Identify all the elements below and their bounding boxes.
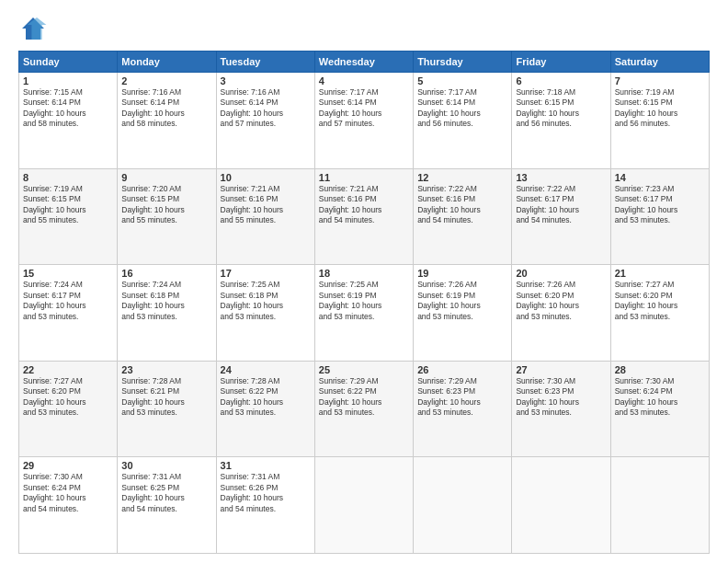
calendar-cell: 27Sunrise: 7:30 AMSunset: 6:23 PMDayligh… xyxy=(512,361,610,457)
day-number: 4 xyxy=(319,75,409,86)
day-number: 30 xyxy=(121,460,211,471)
calendar-cell xyxy=(512,457,610,554)
weekday-header: Thursday xyxy=(414,52,512,73)
calendar-cell: 8Sunrise: 7:19 AMSunset: 6:15 PMDaylight… xyxy=(19,168,118,265)
day-info: Sunrise: 7:24 AMSunset: 6:18 PMDaylight:… xyxy=(121,280,211,322)
calendar-cell: 29Sunrise: 7:30 AMSunset: 6:24 PMDayligh… xyxy=(19,457,118,554)
day-number: 15 xyxy=(23,268,113,279)
calendar-cell: 4Sunrise: 7:17 AMSunset: 6:14 PMDaylight… xyxy=(314,73,413,169)
day-number: 31 xyxy=(221,460,311,471)
calendar-cell: 25Sunrise: 7:29 AMSunset: 6:22 PMDayligh… xyxy=(314,361,413,457)
day-number: 6 xyxy=(516,75,606,86)
calendar-cell: 5Sunrise: 7:17 AMSunset: 6:14 PMDaylight… xyxy=(414,73,512,169)
day-info: Sunrise: 7:16 AMSunset: 6:14 PMDaylight:… xyxy=(121,87,211,130)
page: SundayMondayTuesdayWednesdayThursdayFrid… xyxy=(0,0,728,563)
day-number: 20 xyxy=(516,268,606,279)
calendar-cell: 9Sunrise: 7:20 AMSunset: 6:15 PMDaylight… xyxy=(118,168,216,265)
day-number: 21 xyxy=(615,268,705,279)
day-number: 5 xyxy=(417,75,507,86)
calendar-cell: 3Sunrise: 7:16 AMSunset: 6:14 PMDaylight… xyxy=(216,73,314,169)
day-info: Sunrise: 7:24 AMSunset: 6:17 PMDaylight:… xyxy=(23,280,113,322)
calendar-week-row: 29Sunrise: 7:30 AMSunset: 6:24 PMDayligh… xyxy=(19,457,710,554)
day-info: Sunrise: 7:26 AMSunset: 6:20 PMDaylight:… xyxy=(516,280,606,322)
day-info: Sunrise: 7:27 AMSunset: 6:20 PMDaylight:… xyxy=(23,376,113,419)
calendar-cell: 17Sunrise: 7:25 AMSunset: 6:18 PMDayligh… xyxy=(216,265,314,362)
day-number: 2 xyxy=(121,75,211,86)
day-info: Sunrise: 7:26 AMSunset: 6:19 PMDaylight:… xyxy=(417,280,507,322)
day-number: 25 xyxy=(319,364,409,375)
day-info: Sunrise: 7:16 AMSunset: 6:14 PMDaylight:… xyxy=(221,87,311,130)
day-number: 27 xyxy=(516,364,606,375)
day-info: Sunrise: 7:19 AMSunset: 6:15 PMDaylight:… xyxy=(615,87,705,130)
day-info: Sunrise: 7:23 AMSunset: 6:17 PMDaylight:… xyxy=(615,184,705,226)
day-info: Sunrise: 7:31 AMSunset: 6:26 PMDaylight:… xyxy=(221,472,311,514)
calendar-cell: 1Sunrise: 7:15 AMSunset: 6:14 PMDaylight… xyxy=(19,73,118,169)
day-number: 23 xyxy=(121,364,211,375)
calendar-cell: 30Sunrise: 7:31 AMSunset: 6:25 PMDayligh… xyxy=(118,457,216,554)
day-info: Sunrise: 7:30 AMSunset: 6:24 PMDaylight:… xyxy=(23,472,113,514)
calendar-cell: 20Sunrise: 7:26 AMSunset: 6:20 PMDayligh… xyxy=(512,265,610,362)
day-info: Sunrise: 7:30 AMSunset: 6:24 PMDaylight:… xyxy=(615,376,705,419)
day-info: Sunrise: 7:17 AMSunset: 6:14 PMDaylight:… xyxy=(319,87,409,130)
weekday-header: Wednesday xyxy=(314,52,413,73)
weekday-header: Tuesday xyxy=(216,52,314,73)
calendar-cell: 28Sunrise: 7:30 AMSunset: 6:24 PMDayligh… xyxy=(610,361,709,457)
calendar-cell xyxy=(414,457,512,554)
day-info: Sunrise: 7:15 AMSunset: 6:14 PMDaylight:… xyxy=(23,87,113,130)
day-info: Sunrise: 7:31 AMSunset: 6:25 PMDaylight:… xyxy=(121,472,211,514)
day-number: 10 xyxy=(221,172,311,183)
day-info: Sunrise: 7:25 AMSunset: 6:18 PMDaylight:… xyxy=(221,280,311,322)
calendar-cell: 10Sunrise: 7:21 AMSunset: 6:16 PMDayligh… xyxy=(216,168,314,265)
day-info: Sunrise: 7:21 AMSunset: 6:16 PMDaylight:… xyxy=(319,184,409,226)
day-number: 1 xyxy=(23,75,113,86)
calendar-cell: 6Sunrise: 7:18 AMSunset: 6:15 PMDaylight… xyxy=(512,73,610,169)
day-info: Sunrise: 7:18 AMSunset: 6:15 PMDaylight:… xyxy=(516,87,606,130)
calendar-cell: 23Sunrise: 7:28 AMSunset: 6:21 PMDayligh… xyxy=(118,361,216,457)
day-info: Sunrise: 7:21 AMSunset: 6:16 PMDaylight:… xyxy=(221,184,311,226)
day-info: Sunrise: 7:30 AMSunset: 6:23 PMDaylight:… xyxy=(516,376,606,419)
calendar-cell: 21Sunrise: 7:27 AMSunset: 6:20 PMDayligh… xyxy=(610,265,709,362)
calendar-cell xyxy=(610,457,709,554)
day-info: Sunrise: 7:22 AMSunset: 6:17 PMDaylight:… xyxy=(516,184,606,226)
day-number: 7 xyxy=(615,75,705,86)
calendar-week-row: 22Sunrise: 7:27 AMSunset: 6:20 PMDayligh… xyxy=(19,361,710,457)
calendar-cell: 15Sunrise: 7:24 AMSunset: 6:17 PMDayligh… xyxy=(19,265,118,362)
day-number: 22 xyxy=(23,364,113,375)
day-number: 3 xyxy=(221,75,311,86)
day-info: Sunrise: 7:17 AMSunset: 6:14 PMDaylight:… xyxy=(417,87,507,130)
day-info: Sunrise: 7:29 AMSunset: 6:23 PMDaylight:… xyxy=(417,376,507,419)
calendar-cell: 11Sunrise: 7:21 AMSunset: 6:16 PMDayligh… xyxy=(314,168,413,265)
day-number: 19 xyxy=(417,268,507,279)
day-info: Sunrise: 7:29 AMSunset: 6:22 PMDaylight:… xyxy=(319,376,409,419)
day-number: 24 xyxy=(221,364,311,375)
day-info: Sunrise: 7:19 AMSunset: 6:15 PMDaylight:… xyxy=(23,184,113,226)
calendar-cell xyxy=(314,457,413,554)
calendar-header-row: SundayMondayTuesdayWednesdayThursdayFrid… xyxy=(19,52,710,73)
day-number: 18 xyxy=(319,268,409,279)
calendar-cell: 16Sunrise: 7:24 AMSunset: 6:18 PMDayligh… xyxy=(118,265,216,362)
day-info: Sunrise: 7:28 AMSunset: 6:22 PMDaylight:… xyxy=(221,376,311,419)
weekday-header: Friday xyxy=(512,52,610,73)
logo-icon xyxy=(18,14,48,43)
calendar-cell: 22Sunrise: 7:27 AMSunset: 6:20 PMDayligh… xyxy=(19,361,118,457)
day-number: 13 xyxy=(516,172,606,183)
day-number: 28 xyxy=(615,364,705,375)
calendar-week-row: 8Sunrise: 7:19 AMSunset: 6:15 PMDaylight… xyxy=(19,168,710,265)
day-number: 12 xyxy=(417,172,507,183)
calendar-cell: 13Sunrise: 7:22 AMSunset: 6:17 PMDayligh… xyxy=(512,168,610,265)
day-number: 26 xyxy=(417,364,507,375)
weekday-header: Monday xyxy=(118,52,216,73)
calendar-cell: 31Sunrise: 7:31 AMSunset: 6:26 PMDayligh… xyxy=(216,457,314,554)
day-number: 29 xyxy=(23,460,113,471)
weekday-header: Sunday xyxy=(19,52,118,73)
calendar-cell: 19Sunrise: 7:26 AMSunset: 6:19 PMDayligh… xyxy=(414,265,512,362)
calendar-cell: 18Sunrise: 7:25 AMSunset: 6:19 PMDayligh… xyxy=(314,265,413,362)
day-number: 17 xyxy=(221,268,311,279)
header xyxy=(18,14,710,43)
day-number: 9 xyxy=(121,172,211,183)
day-info: Sunrise: 7:20 AMSunset: 6:15 PMDaylight:… xyxy=(121,184,211,226)
day-info: Sunrise: 7:27 AMSunset: 6:20 PMDaylight:… xyxy=(615,280,705,322)
day-number: 8 xyxy=(23,172,113,183)
day-number: 11 xyxy=(319,172,409,183)
day-number: 16 xyxy=(121,268,211,279)
